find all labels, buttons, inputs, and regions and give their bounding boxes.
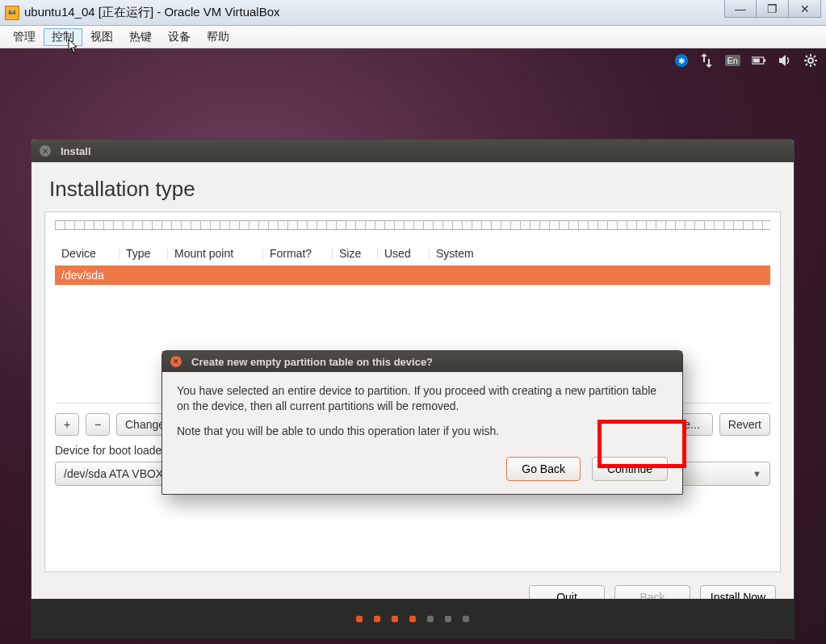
virtualbox-titlebar: 64 ubuntu14_04 [正在运行] - Oracle VM Virtua… xyxy=(0,0,826,26)
continue-button[interactable]: Continue xyxy=(592,457,668,481)
menu-view[interactable]: 视图 xyxy=(82,28,121,46)
partition-table-header: Device Type Mount point Format? Size Use… xyxy=(55,241,770,266)
menu-help[interactable]: 帮助 xyxy=(199,28,237,46)
install-window-title: Install xyxy=(61,145,91,157)
menu-hotkeys[interactable]: 热键 xyxy=(121,28,160,46)
close-button[interactable]: ✕ xyxy=(789,0,821,18)
ubuntu-tray: ✱ En xyxy=(675,48,826,73)
virtualbox-title: ubuntu14_04 [正在运行] - Oracle VM VirtualBo… xyxy=(24,5,280,20)
add-partition-button[interactable]: + xyxy=(55,413,79,436)
svg-line-9 xyxy=(814,64,816,65)
dot xyxy=(374,616,380,622)
install-header: Installation type xyxy=(31,162,794,211)
menu-devices[interactable]: 设备 xyxy=(160,28,199,46)
dialog-body: You have selected an entire device to pa… xyxy=(162,372,682,457)
table-row[interactable]: /dev/sda xyxy=(55,266,770,285)
menu-control[interactable]: 控制 xyxy=(44,28,82,46)
dialog-title: Create new empty partition table on this… xyxy=(191,356,433,368)
remove-partition-button[interactable]: − xyxy=(86,413,110,436)
col-mount[interactable]: Mount point xyxy=(168,247,263,260)
battery-icon[interactable] xyxy=(752,53,766,68)
virtualbox-icon: 64 xyxy=(5,6,19,20)
svg-point-3 xyxy=(808,58,813,63)
confirm-dialog: ✕ Create new empty partition table on th… xyxy=(161,350,683,495)
svg-rect-2 xyxy=(753,59,760,63)
page-title: Installation type xyxy=(49,177,776,202)
col-device[interactable]: Device xyxy=(55,247,119,260)
gear-icon[interactable] xyxy=(803,53,818,68)
go-back-button[interactable]: Go Back xyxy=(506,457,581,481)
col-format[interactable]: Format? xyxy=(263,247,333,260)
partition-ruler xyxy=(55,220,770,230)
revert-button[interactable]: Revert xyxy=(719,413,770,436)
dot xyxy=(409,616,416,622)
svg-line-11 xyxy=(806,64,807,65)
svg-line-10 xyxy=(814,56,816,57)
dot xyxy=(463,616,469,622)
svg-line-8 xyxy=(806,56,807,57)
col-size[interactable]: Size xyxy=(333,247,378,260)
dialog-titlebar: ✕ Create new empty partition table on th… xyxy=(162,351,682,372)
updown-icon[interactable] xyxy=(699,53,714,68)
install-close-icon[interactable]: ✕ xyxy=(40,145,51,157)
install-titlebar: ✕ Install xyxy=(31,140,794,162)
dot xyxy=(356,616,363,622)
minimize-button[interactable]: — xyxy=(724,0,757,18)
dialog-close-icon[interactable]: ✕ xyxy=(170,356,182,367)
accessibility-icon[interactable]: ✱ xyxy=(675,54,688,67)
menu-manage[interactable]: 管理 xyxy=(5,28,44,46)
window-controls: — ❐ ✕ xyxy=(724,0,821,18)
dialog-footer: Go Back Continue xyxy=(162,457,682,494)
col-used[interactable]: Used xyxy=(378,247,430,260)
dot xyxy=(427,616,434,622)
chevron-down-icon: ▼ xyxy=(753,469,761,479)
progress-dots xyxy=(31,599,795,639)
language-indicator[interactable]: En xyxy=(725,55,740,66)
maximize-button[interactable]: ❐ xyxy=(757,0,789,18)
dot xyxy=(445,616,451,622)
dialog-text-1: You have selected an entire device to pa… xyxy=(177,383,668,414)
col-system[interactable]: System xyxy=(430,247,770,260)
svg-rect-1 xyxy=(764,59,765,61)
cell-device: /dev/sda xyxy=(55,269,119,282)
dot xyxy=(392,616,398,622)
col-type[interactable]: Type xyxy=(119,247,168,260)
virtualbox-menu: 管理 控制 视图 热键 设备 帮助 xyxy=(0,26,826,48)
dialog-text-2: Note that you will be able to undo this … xyxy=(177,424,668,439)
volume-icon[interactable] xyxy=(778,53,792,68)
